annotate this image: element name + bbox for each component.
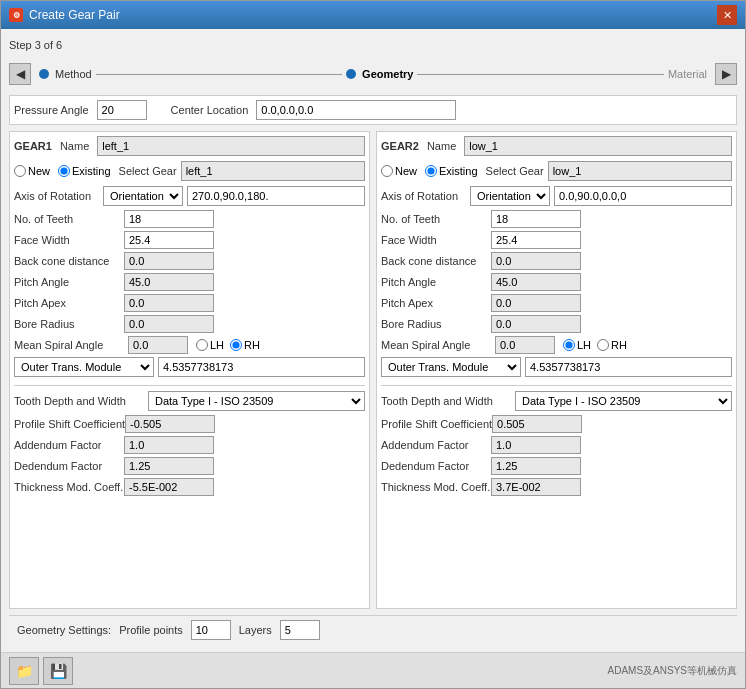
gear2-bore-row: Bore Radius: [381, 315, 732, 333]
gear2-facewidth-input[interactable]: [491, 231, 581, 249]
gear1-thickness-label: Thickness Mod. Coeff.: [14, 481, 124, 493]
save-icon: 💾: [50, 663, 67, 679]
gear2-spiral-row: Mean Spiral Angle LH RH: [381, 336, 732, 354]
gear1-new-radio[interactable]: New: [14, 165, 50, 177]
gear2-tooth-select[interactable]: Data Type I - ISO 23509: [515, 391, 732, 411]
gear2-orientation-select[interactable]: Orientation: [470, 186, 550, 206]
gear1-panel: GEAR1 Name New Existing: [9, 131, 370, 609]
gear2-facewidth-label: Face Width: [381, 234, 491, 246]
gear2-dedendum-label: Dedendum Factor: [381, 460, 491, 472]
gear1-tooth-row: Tooth Depth and Width Data Type I - ISO …: [14, 391, 365, 411]
gear2-profileshift-input[interactable]: [492, 415, 582, 433]
profile-points-label: Profile points: [119, 624, 183, 636]
gear2-teeth-row: No. of Teeth: [381, 210, 732, 228]
gear2-profileshift-label: Profile Shift Coefficient: [381, 418, 492, 430]
pressure-row: Pressure Angle Center Location: [9, 95, 737, 125]
gear1-orientation-select[interactable]: Orientation: [103, 186, 183, 206]
gear2-new-label: New: [395, 165, 417, 177]
gear1-dedendum-input[interactable]: [124, 457, 214, 475]
next-button[interactable]: ▶: [715, 63, 737, 85]
gear1-addendum-label: Addendum Factor: [14, 439, 124, 451]
gear1-pitchapex-label: Pitch Apex: [14, 297, 124, 309]
gear1-existing-radio[interactable]: Existing: [58, 165, 111, 177]
nav-steps: Method Geometry Material: [39, 68, 707, 80]
open-folder-button[interactable]: 📁: [9, 657, 39, 685]
gear1-rh-label: RH: [244, 339, 260, 351]
gear1-select-label: Select Gear: [119, 165, 177, 177]
title-bar-left: ⚙ Create Gear Pair: [9, 8, 120, 22]
nav-line-1: [96, 74, 342, 75]
gear1-bore-input[interactable]: [124, 315, 214, 333]
gear2-existing-radio[interactable]: Existing: [425, 165, 478, 177]
gear2-thickness-input[interactable]: [491, 478, 581, 496]
gear2-pitchapex-input[interactable]: [491, 294, 581, 312]
gear2-separator: [381, 385, 732, 386]
gear2-rh-radio[interactable]: RH: [597, 339, 627, 351]
gear2-dedendum-input[interactable]: [491, 457, 581, 475]
gear1-teeth-input[interactable]: [124, 210, 214, 228]
gear2-tooth-row: Tooth Depth and Width Data Type I - ISO …: [381, 391, 732, 411]
gear1-pitchapex-row: Pitch Apex: [14, 294, 365, 312]
gear1-backcone-row: Back cone distance: [14, 252, 365, 270]
gear1-axis-label: Axis of Rotation: [14, 190, 99, 202]
gear1-addendum-input[interactable]: [124, 436, 214, 454]
gear1-facewidth-input[interactable]: [124, 231, 214, 249]
gear2-backcone-label: Back cone distance: [381, 255, 491, 267]
gear2-new-radio[interactable]: New: [381, 165, 417, 177]
gear2-module-input[interactable]: [525, 357, 732, 377]
gear1-profileshift-row: Profile Shift Coefficient: [14, 415, 365, 433]
gear2-addendum-input[interactable]: [491, 436, 581, 454]
gear1-select-input[interactable]: [181, 161, 365, 181]
gear2-profileshift-row: Profile Shift Coefficient: [381, 415, 732, 433]
save-button[interactable]: 💾: [43, 657, 73, 685]
gear1-dedendum-label: Dedendum Factor: [14, 460, 124, 472]
gear1-name-input[interactable]: [97, 136, 365, 156]
layers-input[interactable]: [280, 620, 320, 640]
gear1-orientation-input[interactable]: [187, 186, 365, 206]
gear1-profileshift-input[interactable]: [125, 415, 215, 433]
gear1-spiral-input[interactable]: [128, 336, 188, 354]
gear2-facewidth-row: Face Width: [381, 231, 732, 249]
close-button[interactable]: ✕: [717, 5, 737, 25]
step-indicator: Step 3 of 6: [9, 37, 737, 53]
gear2-name-input[interactable]: [464, 136, 732, 156]
gear2-lh-radio[interactable]: LH: [563, 339, 591, 351]
gear1-facewidth-label: Face Width: [14, 234, 124, 246]
gear2-select-input[interactable]: [548, 161, 732, 181]
gear2-id: GEAR2: [381, 140, 419, 152]
gear2-spiral-input[interactable]: [495, 336, 555, 354]
gear2-pitchangle-input[interactable]: [491, 273, 581, 291]
taskbar-buttons: 📁 💾: [9, 657, 73, 685]
gear2-radio-row: New Existing Select Gear: [381, 161, 732, 181]
gear1-thickness-row: Thickness Mod. Coeff.: [14, 478, 365, 496]
gear2-bore-label: Bore Radius: [381, 318, 491, 330]
pressure-angle-input[interactable]: [97, 100, 147, 120]
gear1-pitchapex-input[interactable]: [124, 294, 214, 312]
gear1-rh-radio[interactable]: RH: [230, 339, 260, 351]
gear1-pitchangle-input[interactable]: [124, 273, 214, 291]
gear1-name-label: Name: [60, 140, 89, 152]
gear2-axis-label: Axis of Rotation: [381, 190, 466, 202]
gear1-module-select[interactable]: Outer Trans. Module: [14, 357, 154, 377]
bottom-bar: Geometry Settings: Profile points Layers: [9, 615, 737, 644]
gear1-tooth-select[interactable]: Data Type I - ISO 23509: [148, 391, 365, 411]
gear2-teeth-input[interactable]: [491, 210, 581, 228]
gear2-pitchangle-label: Pitch Angle: [381, 276, 491, 288]
gear1-thickness-input[interactable]: [124, 478, 214, 496]
gear2-orientation-input[interactable]: [554, 186, 732, 206]
gear1-backcone-input[interactable]: [124, 252, 214, 270]
gear1-axis-row: Axis of Rotation Orientation: [14, 186, 365, 206]
prev-button[interactable]: ◀: [9, 63, 31, 85]
gear1-tooth-label: Tooth Depth and Width: [14, 395, 144, 407]
center-location-label: Center Location: [171, 104, 249, 116]
nav-step-geometry: Geometry: [346, 68, 413, 80]
profile-points-input[interactable]: [191, 620, 231, 640]
gear2-module-select[interactable]: Outer Trans. Module: [381, 357, 521, 377]
nav-step-material: Material: [668, 68, 707, 80]
nav-bar: ◀ Method Geometry Material ▶: [9, 59, 737, 89]
gear2-bore-input[interactable]: [491, 315, 581, 333]
center-location-input[interactable]: [256, 100, 456, 120]
gear1-lh-radio[interactable]: LH: [196, 339, 224, 351]
gear2-backcone-input[interactable]: [491, 252, 581, 270]
gear1-module-input[interactable]: [158, 357, 365, 377]
